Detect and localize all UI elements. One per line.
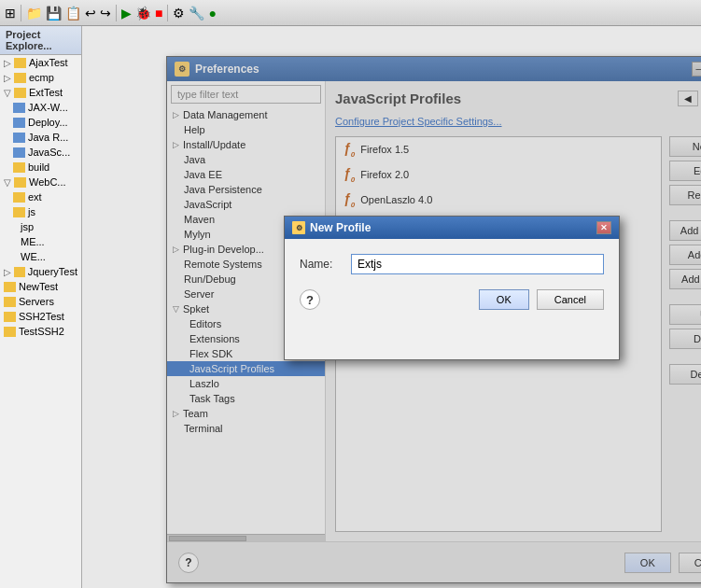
dialog-close-button[interactable]: ✕	[596, 221, 611, 234]
project-label: js	[28, 206, 35, 217]
expand-icon: ▽	[4, 177, 11, 188]
project-folder-icon	[4, 327, 16, 337]
toolbar-icon-2[interactable]: 📁	[26, 6, 42, 21]
project-label: JavaSc...	[28, 147, 70, 158]
project-item-servers[interactable]: Servers	[0, 294, 81, 309]
dialog-title-left: ⚙ New Profile	[292, 221, 371, 234]
project-item-jaxw[interactable]: JAX-W...	[0, 100, 81, 115]
project-item-ecmp[interactable]: ▷ ecmp	[0, 70, 81, 85]
project-item-javasc[interactable]: JavaSc...	[0, 145, 81, 160]
project-folder-icon	[14, 58, 26, 68]
project-item-jquery[interactable]: ▷ JqueryTest	[0, 264, 81, 279]
toolbar-run-icon[interactable]: ▶	[121, 6, 132, 21]
new-profile-titlebar: ⚙ New Profile ✕	[285, 217, 619, 239]
project-folder-icon	[14, 88, 26, 98]
toolbar-icon-8[interactable]: 🔧	[189, 6, 204, 21]
project-folder-icon	[4, 297, 16, 307]
project-folder-icon	[14, 267, 25, 277]
toolbar-separator2	[116, 5, 117, 21]
expand-icon: ▷	[4, 73, 11, 83]
project-item-ext[interactable]: ext	[0, 189, 81, 204]
toolbar-icon-7[interactable]: ⚙	[173, 6, 185, 21]
ide-container: Project Explore... ▷ AjaxTest ▷ ecmp ▽ E…	[0, 26, 701, 588]
preferences-window: ⚙ Preferences — □ ✕ ▷ Data Managemen	[166, 56, 701, 583]
project-label: NewTest	[19, 281, 58, 292]
expand-icon: ▷	[4, 58, 11, 68]
project-folder-icon	[14, 177, 26, 188]
project-label: TestSSH2	[19, 326, 64, 337]
dialog-actions: ? OK Cancel	[285, 289, 619, 310]
project-item-ajaxtest[interactable]: ▷ AjaxTest	[0, 55, 81, 70]
project-label: JAX-W...	[28, 102, 68, 113]
folder-icon	[13, 192, 25, 203]
toolbar-separator	[21, 5, 21, 21]
project-folder-icon	[4, 312, 16, 322]
file-icon	[13, 118, 25, 128]
toolbar-icon-5[interactable]: ↩	[85, 6, 96, 21]
project-item-webc[interactable]: ▽ WebC...	[0, 175, 81, 189]
toolbar-icon-1[interactable]: ⊞	[5, 6, 16, 21]
project-label: WebC...	[29, 176, 66, 188]
project-item-deploy[interactable]: Deploy...	[0, 115, 81, 130]
project-item-we[interactable]: WE...	[0, 249, 81, 264]
file-icon	[13, 133, 25, 143]
project-item-testssh2[interactable]: TestSSH2	[0, 324, 81, 339]
expand-icon: ▷	[4, 267, 11, 277]
project-label: Deploy...	[28, 117, 68, 128]
folder-icon	[13, 207, 25, 217]
dialog-cancel-button[interactable]: Cancel	[537, 289, 604, 310]
project-item-me[interactable]: ME...	[0, 234, 81, 249]
project-label: jsp	[21, 221, 34, 232]
new-profile-dialog: ⚙ New Profile ✕ Name: ? OK Cancel	[284, 216, 620, 360]
toolbar-icon-9[interactable]: ●	[208, 6, 216, 21]
file-icon	[13, 147, 25, 158]
project-explorer-title: Project Explore...	[0, 26, 81, 55]
project-item-jsp[interactable]: jsp	[0, 219, 81, 234]
main-toolbar: ⊞ 📁 💾 📋 ↩ ↪ ▶ 🐞 ■ ⚙ 🔧 ●	[0, 0, 701, 26]
project-item-javar[interactable]: Java R...	[0, 130, 81, 145]
project-explorer-panel: Project Explore... ▷ AjaxTest ▷ ecmp ▽ E…	[0, 26, 82, 588]
project-label: Servers	[19, 296, 54, 307]
expand-icon: ▽	[4, 88, 11, 98]
file-icon	[13, 103, 25, 113]
dialog-window-icon: ⚙	[292, 221, 305, 234]
main-area: ⚙ Preferences — □ ✕ ▷ Data Managemen	[82, 26, 701, 588]
project-item-build[interactable]: build	[0, 160, 81, 175]
project-label: JqueryTest	[28, 266, 77, 277]
project-folder-icon	[14, 73, 26, 83]
toolbar-icon-6[interactable]: ↪	[100, 6, 111, 21]
project-label: ecmp	[29, 72, 54, 83]
toolbar-separator3	[167, 5, 168, 21]
project-label: ext	[28, 191, 42, 203]
toolbar-stop-icon[interactable]: ■	[155, 6, 162, 21]
name-label: Name:	[300, 258, 342, 271]
project-item-newtest[interactable]: NewTest	[0, 279, 81, 294]
name-input[interactable]	[351, 254, 604, 274]
project-label: Java R...	[28, 132, 68, 143]
project-label: build	[28, 161, 49, 173]
project-folder-icon	[4, 282, 16, 292]
toolbar-icon-4[interactable]: 📋	[65, 6, 81, 21]
project-label: ME...	[21, 236, 45, 247]
dialog-help-button[interactable]: ?	[300, 289, 320, 310]
project-item-exttest[interactable]: ▽ ExtTest	[0, 85, 81, 100]
toolbar-debug-icon[interactable]: 🐞	[135, 6, 151, 21]
name-row: Name:	[300, 254, 604, 274]
dialog-body: Name:	[285, 239, 619, 289]
dialog-ok-button[interactable]: OK	[479, 289, 529, 310]
project-label: ExtTest	[29, 87, 63, 98]
new-profile-dialog-title: New Profile	[310, 221, 371, 234]
project-item-ssh2test[interactable]: SSH2Test	[0, 309, 81, 324]
dialog-buttons: OK Cancel	[479, 289, 604, 310]
folder-icon	[13, 162, 25, 173]
toolbar-icon-3[interactable]: 💾	[46, 6, 62, 21]
project-item-js[interactable]: js	[0, 204, 81, 219]
project-label: WE...	[21, 251, 46, 262]
project-label: AjaxTest	[29, 57, 68, 68]
project-label: SSH2Test	[19, 311, 64, 322]
